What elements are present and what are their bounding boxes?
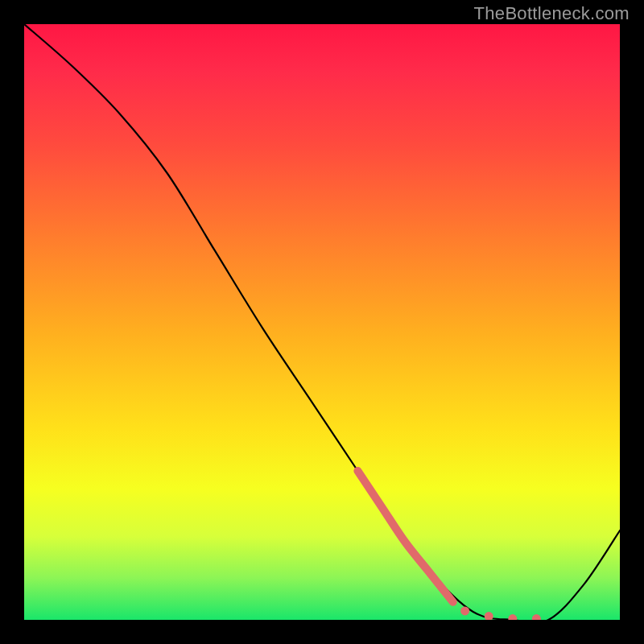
chart-svg	[24, 24, 620, 620]
highlight-dots	[460, 606, 541, 620]
curve-path	[24, 24, 620, 620]
highlight-dot	[460, 606, 469, 615]
plot-area	[24, 24, 620, 620]
highlight-dot	[485, 612, 493, 620]
chart-frame: TheBottleneck.com	[0, 0, 644, 644]
highlight-dot	[508, 614, 517, 620]
highlight-dot	[532, 614, 541, 620]
highlight-segment	[357, 471, 452, 602]
watermark-text: TheBottleneck.com	[474, 3, 630, 24]
